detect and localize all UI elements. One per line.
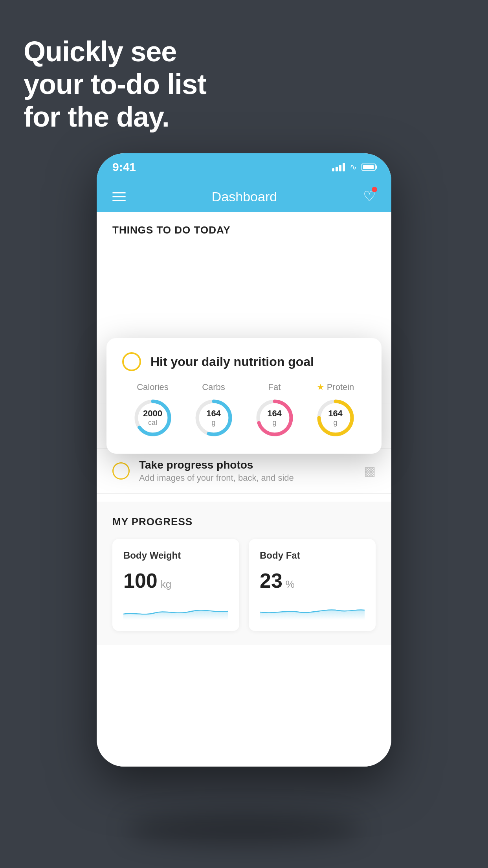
calories-value: 2000 — [143, 408, 162, 419]
phone-shadow — [126, 814, 362, 845]
floating-nutrition-card[interactable]: Hit your daily nutrition goal Calories 2… — [106, 338, 382, 454]
protein-label-row: ★ Protein — [317, 382, 354, 392]
progress-title: MY PROGRESS — [112, 516, 376, 528]
nutrition-protein: ★ Protein 164 g — [314, 382, 357, 440]
progress-section: MY PROGRESS Body Weight 100 kg — [97, 502, 391, 645]
nutrition-row: Calories 2000 cal Carbs — [122, 382, 366, 440]
nutrition-calories: Calories 2000 cal — [131, 382, 174, 440]
progress-card-weight-title: Body Weight — [123, 550, 228, 561]
headline-line3: for the day. — [24, 101, 206, 133]
protein-center: 164 g — [328, 408, 343, 427]
calories-donut: 2000 cal — [131, 396, 174, 440]
carbs-center: 164 g — [206, 408, 221, 427]
person-icon: ▩ — [364, 463, 376, 478]
star-icon: ★ — [317, 382, 325, 392]
bodyfat-unit: % — [286, 578, 295, 590]
protein-unit: g — [328, 419, 343, 427]
wifi-icon: ∿ — [350, 162, 357, 172]
carbs-unit: g — [206, 419, 221, 427]
calories-label: Calories — [137, 382, 169, 392]
phone-content: THINGS TO DO TODAY Running Track your st… — [97, 212, 391, 767]
carbs-label: Carbs — [202, 382, 225, 392]
bodyfat-chart — [260, 600, 365, 620]
status-bar: 9:41 ∿ — [97, 153, 391, 181]
headline: Quickly see your to-do list for the day. — [24, 35, 206, 133]
fat-donut: 164 g — [253, 396, 296, 440]
protein-donut: 164 g — [314, 396, 357, 440]
progress-card-bodyfat-title: Body Fat — [260, 550, 365, 561]
weight-number: 100 — [123, 569, 158, 592]
todo-title-photos: Take progress photos — [139, 459, 354, 471]
card-title-row: Hit your daily nutrition goal — [122, 352, 366, 371]
status-time: 9:41 — [112, 160, 136, 174]
weight-unit: kg — [161, 578, 171, 590]
fat-label: Fat — [268, 382, 281, 392]
card-check-circle — [122, 352, 141, 371]
notification-badge — [372, 187, 377, 192]
hamburger-menu-button[interactable] — [112, 192, 126, 201]
progress-cards: Body Weight 100 kg — [112, 539, 376, 631]
nutrition-fat: Fat 164 g — [253, 382, 296, 440]
carbs-donut: 164 g — [192, 396, 235, 440]
todo-circle-photos — [112, 462, 130, 480]
protein-value: 164 — [328, 408, 343, 419]
nav-bar: Dashboard ♡ — [97, 181, 391, 212]
progress-card-bodyfat[interactable]: Body Fat 23 % — [249, 539, 376, 631]
calories-center: 2000 cal — [143, 408, 162, 427]
fat-unit: g — [267, 419, 282, 427]
nav-title: Dashboard — [212, 189, 277, 204]
signal-bars-icon — [332, 163, 345, 171]
phone: 9:41 ∿ Dashboard ♡ THI — [97, 153, 391, 767]
progress-card-bodyfat-value: 23 % — [260, 569, 365, 592]
headline-line2: your to-do list — [24, 68, 206, 101]
fat-center: 164 g — [267, 408, 282, 427]
progress-card-weight-value: 100 kg — [123, 569, 228, 592]
progress-card-weight[interactable]: Body Weight 100 kg — [112, 539, 239, 631]
calories-unit: cal — [143, 419, 162, 427]
notifications-button[interactable]: ♡ — [363, 188, 376, 205]
section-header: THINGS TO DO TODAY — [97, 212, 391, 244]
todo-text-photos: Take progress photos Add images of your … — [139, 459, 354, 483]
todo-subtitle-photos: Add images of your front, back, and side — [139, 473, 354, 483]
phone-wrapper: 9:41 ∿ Dashboard ♡ THI — [97, 153, 391, 814]
todo-item-photos[interactable]: Take progress photos Add images of your … — [97, 449, 391, 494]
protein-label: Protein — [327, 382, 354, 392]
carbs-value: 164 — [206, 408, 221, 419]
nutrition-carbs: Carbs 164 g — [192, 382, 235, 440]
battery-icon — [361, 164, 376, 171]
fat-value: 164 — [267, 408, 282, 419]
status-icons: ∿ — [332, 162, 376, 172]
card-title: Hit your daily nutrition goal — [150, 355, 314, 369]
weight-chart — [123, 600, 228, 620]
headline-line1: Quickly see — [24, 35, 206, 68]
bodyfat-number: 23 — [260, 569, 283, 592]
